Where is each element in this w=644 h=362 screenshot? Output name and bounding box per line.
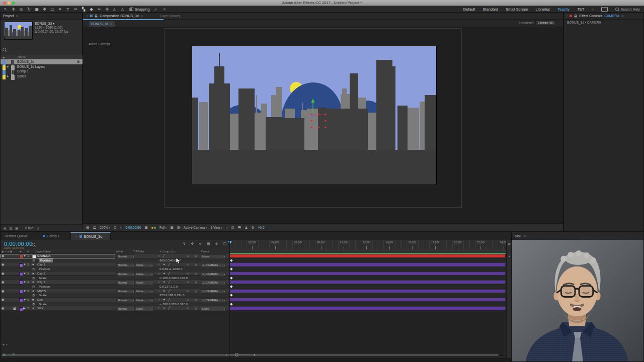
- property-row-sun-scale[interactable]: ◷Scale∞ 328.0,328.0,328.0: [1, 302, 229, 307]
- timeline-zoom-slider[interactable]: ▴ ▲: [226, 352, 256, 356]
- layer-name[interactable]: City 1: [37, 262, 45, 267]
- parent-pickwhip-icon[interactable]: ◎: [195, 262, 197, 267]
- layer-duration-bar[interactable]: [230, 272, 505, 275]
- composition-tab[interactable]: Composition BONUS_3d: [100, 14, 138, 18]
- layer-bar-row-city-2[interactable]: [229, 272, 506, 276]
- 3d-switch-icon[interactable]: ⊙: [187, 289, 189, 294]
- visibility-eye-icon[interactable]: ◉: [2, 306, 4, 311]
- 3d-switch-icon[interactable]: ⊙: [187, 280, 189, 285]
- region-of-interest-icon[interactable]: ▣: [170, 226, 174, 230]
- layer-label-swatch[interactable]: [19, 307, 23, 311]
- layer-switches[interactable]: ○ ✦ ╱: [158, 262, 171, 267]
- property-row-city-1-position[interactable]: ◷Position0.0,82.2,-1032.0: [1, 267, 229, 272]
- property-value[interactable]: 0.0,82.2,-1032.0: [159, 267, 182, 272]
- project-item-bonus-3d[interactable]: BONUS_3d▦: [1, 59, 83, 64]
- layer-switches[interactable]: ○ ✦ ╱: [158, 289, 171, 294]
- visibility-eye-icon[interactable]: ◉: [2, 280, 4, 285]
- time-ruler[interactable]: 02;00f04;00f06;00f08;00f10;00f12;00f14;0…: [229, 240, 506, 250]
- hide-shy-icon[interactable]: ≋: [199, 242, 202, 246]
- viewer-timecode[interactable]: 0;00;00;00: [126, 226, 141, 229]
- property-value[interactable]: ∞ 100.0,100.0,100.0: [159, 276, 188, 281]
- layer-row-sun[interactable]: ◉▼6★SunNormalNone○ ✦ ╱⊙◎1. CAMERA: [1, 298, 229, 302]
- property-row-camera-position[interactable]: ◷Position960.0,540.0,0.0: [1, 258, 229, 263]
- expand-arrow-icon[interactable]: ▼: [23, 262, 26, 267]
- panel-menu-icon[interactable]: ≡: [141, 14, 143, 18]
- panel-toggle-icon[interactable]: [601, 7, 608, 12]
- draft-3d-icon[interactable]: ✣: [191, 242, 194, 246]
- property-name[interactable]: Scale: [39, 302, 46, 307]
- layer-duration-bar[interactable]: [230, 290, 505, 293]
- always-preview-icon[interactable]: ▦: [86, 226, 90, 230]
- property-name[interactable]: Position: [39, 285, 50, 289]
- layer-bar-row-sun[interactable]: [229, 298, 506, 302]
- keyframe-diamond[interactable]: [230, 303, 232, 305]
- motion-blur-icon[interactable]: ⊘: [215, 242, 218, 246]
- camera-dropdown[interactable]: Active Camera: [184, 226, 207, 229]
- tab-chevron-icon[interactable]: ‹: [87, 14, 88, 18]
- bonus3d-tab[interactable]: × BONUS_3d≡: [70, 232, 111, 240]
- visibility-eye-icon[interactable]: ◉: [2, 272, 4, 276]
- property-name[interactable]: Scale: [39, 293, 46, 298]
- project-item-label[interactable]: BONUS_3d Layers: [17, 64, 45, 69]
- comp1-tab[interactable]: Comp 1: [39, 232, 64, 240]
- layer-row-mnts[interactable]: ◉▼5★MNTSNormalNone○ ✦ ╱⊙◎1. CAMERA: [1, 289, 229, 294]
- expand-arrow-icon[interactable]: ▶: [7, 64, 9, 69]
- timeline-toolbar-icons[interactable]: ↯✣≋▦⊘◲: [183, 242, 226, 246]
- project-item-comp-1[interactable]: Comp 1: [1, 69, 83, 74]
- expand-arrow-icon[interactable]: ▼: [23, 298, 26, 302]
- pixel-aspect-icon[interactable]: ⌗: [226, 226, 228, 230]
- timeline-divider[interactable]: [229, 240, 230, 358]
- layer-bar-row-city-3[interactable]: [229, 280, 506, 285]
- layer-name[interactable]: City 3: [37, 280, 45, 285]
- keyframe-diamond[interactable]: [230, 268, 232, 270]
- layer-name[interactable]: Sun: [37, 298, 43, 302]
- 3d-switch-icon[interactable]: ⊙: [187, 298, 189, 302]
- layer-bar-row-city-1[interactable]: [229, 262, 506, 267]
- webcam-tab-label[interactable]: Nol: [515, 234, 521, 238]
- layer-switches[interactable]: ○ ✦ ╱: [158, 298, 171, 302]
- layer-bar-row-camera[interactable]: [229, 254, 506, 258]
- layer-switches[interactable]: ○ ✦ ╱: [158, 280, 171, 285]
- parent-pickwhip-icon[interactable]: ◎: [195, 280, 197, 285]
- stopwatch-icon[interactable]: ◷: [32, 302, 35, 307]
- expand-arrow-icon[interactable]: ▼: [23, 272, 26, 276]
- project-item-solids[interactable]: ▶Solids: [1, 74, 83, 79]
- zoom-in-mountain-icon[interactable]: ▲: [253, 352, 256, 356]
- comp-thumbnail[interactable]: [4, 22, 33, 40]
- effect-controls-tab[interactable]: Effect Controls: [579, 14, 602, 18]
- property-value[interactable]: 0.0,127.1,0.0: [159, 285, 178, 289]
- layer-name-column-header[interactable]: Layer Name: [36, 249, 51, 254]
- expand-arrow-icon[interactable]: ▶: [7, 74, 9, 79]
- render-queue-tab[interactable]: Render Queue: [1, 232, 32, 240]
- close-icon[interactable]: ×: [110, 22, 112, 26]
- property-value[interactable]: ∞ 328.0,328.0,328.0: [159, 302, 188, 307]
- stopwatch-icon[interactable]: ◷: [32, 293, 35, 298]
- parent-dropdown[interactable]: None: [201, 307, 226, 311]
- layer-duration-bar[interactable]: [230, 281, 505, 284]
- graph-editor-icon[interactable]: ◲: [223, 242, 226, 246]
- snapping-checkbox[interactable]: [130, 8, 133, 11]
- lock-icon[interactable]: [13, 307, 16, 310]
- exposure-icon[interactable]: ⚙: [251, 226, 254, 230]
- composition-viewer[interactable]: Active Camera: [83, 27, 563, 224]
- project-search[interactable]: [3, 47, 78, 52]
- layer-row-city-3[interactable]: ◉▼4★City 3NormalNone○ ✦ ╱⊙◎1. CAMERA: [1, 280, 229, 285]
- layer-duration-bar[interactable]: [230, 254, 505, 257]
- viewer-tab-label[interactable]: BONUS_3d: [91, 22, 108, 26]
- layer-tab[interactable]: Layer (none): [160, 14, 180, 18]
- snapshot-icon[interactable]: ▣: [144, 226, 148, 230]
- layer-duration-bar[interactable]: [230, 263, 505, 266]
- property-value[interactable]: 273.0,197.0,211.0: [159, 293, 184, 298]
- tab-chevron-icon[interactable]: ‹: [567, 14, 568, 18]
- comp-name[interactable]: BONUS_3d ▾: [35, 22, 68, 26]
- layer-row-city-1[interactable]: ◉▼2★City 1NormalNone○ ✦ ╱⊙◎1. CAMERA: [1, 262, 229, 267]
- stopwatch-icon[interactable]: ◷: [32, 267, 35, 272]
- layer-row-camera[interactable]: ◉▼1CAMERANormal○ ╱⊙◎None: [1, 254, 229, 258]
- layer-name[interactable]: SKY: [37, 306, 43, 311]
- parent-pickwhip-icon[interactable]: ◎: [195, 272, 197, 276]
- keyframe-diamond[interactable]: [230, 285, 232, 288]
- 3d-switch-icon[interactable]: ⊙: [187, 254, 189, 258]
- layer-switches[interactable]: ○ ✦ ╱: [158, 272, 171, 276]
- visibility-eye-icon[interactable]: ◉: [2, 289, 4, 294]
- layer-duration-bar[interactable]: [230, 298, 505, 301]
